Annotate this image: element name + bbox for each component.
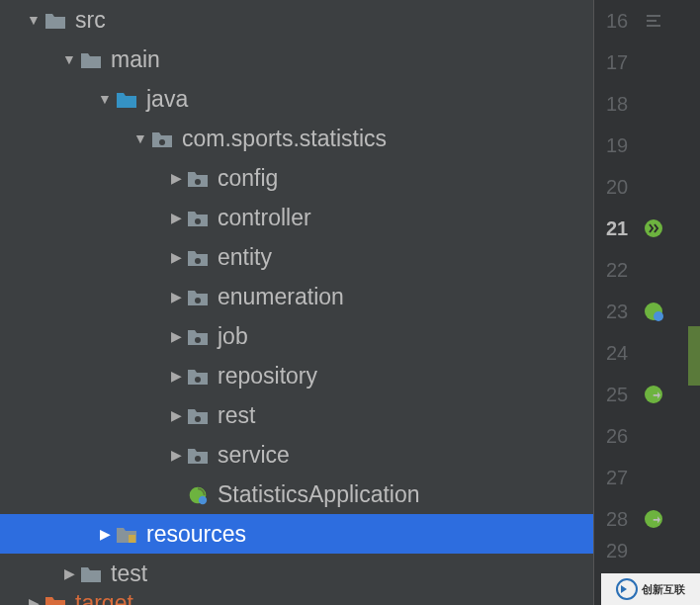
chevron-down-icon[interactable]: ▼: [24, 12, 44, 28]
chevron-right-icon[interactable]: ▶: [166, 170, 186, 186]
package-icon: [186, 366, 210, 386]
spring-boot-class-icon: [186, 484, 210, 504]
svg-point-6: [195, 377, 201, 383]
tree-node-label: config: [218, 165, 278, 192]
spring-navigate-icon[interactable]: [642, 383, 665, 406]
watermark-logo: 创新互联: [601, 573, 700, 605]
package-icon: [186, 208, 210, 227]
editor-gutter[interactable]: 16 17 18 19 20 21 22 23 24 25 26 27 28 2…: [593, 0, 700, 605]
tree-node-label: com.sports.statistics: [182, 126, 387, 152]
line-number: 28: [606, 508, 642, 531]
tree-node-test[interactable]: ▶ test: [0, 554, 593, 593]
svg-rect-13: [647, 20, 656, 22]
chevron-right-icon[interactable]: ▶: [166, 210, 186, 225]
gutter-line[interactable]: 16: [594, 0, 700, 42]
tree-node-label: resources: [146, 521, 246, 548]
gutter-line[interactable]: 24: [594, 332, 700, 374]
line-number: 23: [606, 301, 642, 323]
spring-bean-icon[interactable]: [642, 300, 665, 323]
tree-node-java[interactable]: ▼ java: [0, 79, 593, 119]
tree-node-main[interactable]: ▼ main: [0, 40, 593, 79]
tree-node-repository[interactable]: ▶ repository: [0, 356, 593, 395]
project-tree[interactable]: ▼ src ▼ main ▼ java ▼ com.sports.statist…: [0, 0, 593, 605]
package-icon: [186, 326, 210, 346]
gutter-line[interactable]: 28: [594, 498, 700, 540]
tree-node-resources[interactable]: ▶ resources: [0, 514, 593, 554]
tree-node-label: controller: [218, 205, 311, 231]
folder-icon: [79, 563, 103, 583]
gutter-line[interactable]: 21: [594, 208, 700, 249]
chevron-right-icon[interactable]: ▶: [59, 565, 79, 581]
tree-node-controller[interactable]: ▶ controller: [0, 198, 593, 237]
line-number: 21: [606, 217, 642, 240]
svg-point-4: [195, 298, 201, 303]
chevron-down-icon[interactable]: ▼: [95, 91, 115, 107]
tree-node-label: repository: [218, 363, 317, 389]
gutter-line[interactable]: 27: [594, 457, 700, 498]
tree-node-config[interactable]: ▶ config: [0, 158, 593, 198]
chevron-right-icon[interactable]: ▶: [166, 328, 186, 344]
svg-rect-14: [647, 25, 660, 27]
tree-node-src[interactable]: ▼ src: [0, 0, 593, 40]
chevron-right-icon[interactable]: ▶: [166, 368, 186, 384]
line-number: 25: [606, 384, 642, 406]
chevron-right-icon[interactable]: ▶: [95, 526, 115, 542]
gutter-line[interactable]: 25: [594, 374, 700, 415]
chevron-right-icon[interactable]: ▶: [166, 447, 186, 463]
tree-node-package[interactable]: ▼ com.sports.statistics: [0, 119, 593, 158]
tree-node-label: enumeration: [218, 284, 344, 310]
package-icon: [186, 168, 210, 188]
package-icon: [150, 129, 174, 148]
tree-node-label: entity: [218, 244, 272, 271]
line-number: 27: [606, 467, 642, 489]
gutter-line[interactable]: 20: [594, 166, 700, 208]
package-icon: [186, 287, 210, 306]
tree-node-label: rest: [218, 402, 255, 429]
folder-icon: [79, 49, 103, 69]
tree-node-job[interactable]: ▶ job: [0, 316, 593, 356]
tree-node-label: java: [146, 86, 188, 113]
run-gutter-icon[interactable]: [642, 216, 665, 240]
line-number: 26: [606, 425, 642, 448]
chevron-right-icon[interactable]: ▶: [24, 595, 44, 605]
line-number: 20: [606, 176, 642, 199]
line-number: 22: [606, 259, 642, 282]
source-folder-icon: [115, 89, 138, 109]
chevron-right-icon[interactable]: ▶: [166, 289, 186, 304]
resources-folder-icon: [115, 524, 138, 544]
tree-node-enumeration[interactable]: ▶ enumeration: [0, 277, 593, 316]
line-number: 18: [606, 93, 642, 116]
package-icon: [186, 405, 210, 425]
gutter-line[interactable]: 26: [594, 415, 700, 457]
line-number: 24: [606, 342, 642, 365]
chevron-down-icon[interactable]: ▼: [59, 51, 79, 67]
chevron-right-icon[interactable]: ▶: [166, 407, 186, 423]
tree-node-entity[interactable]: ▶ entity: [0, 237, 593, 277]
line-number: 16: [606, 10, 642, 33]
svg-point-0: [159, 139, 165, 145]
chevron-down-icon[interactable]: ▼: [131, 130, 150, 146]
tree-node-statistics-application[interactable]: ▶ StatisticsApplication: [0, 475, 593, 514]
collapse-icon[interactable]: [642, 9, 665, 33]
gutter-line[interactable]: 22: [594, 249, 700, 291]
svg-point-5: [195, 337, 201, 343]
tree-node-label: main: [111, 46, 160, 73]
svg-point-8: [195, 456, 201, 462]
tree-node-service[interactable]: ▶ service: [0, 435, 593, 475]
tree-node-rest[interactable]: ▶ rest: [0, 395, 593, 435]
gutter-line[interactable]: 29: [594, 540, 700, 562]
folder-icon: [44, 10, 67, 30]
editor-overview-marker[interactable]: [688, 326, 700, 386]
chevron-right-icon[interactable]: ▶: [166, 249, 186, 265]
svg-point-7: [195, 416, 201, 422]
tree-node-target[interactable]: ▶ target: [0, 593, 593, 605]
gutter-line[interactable]: 17: [594, 42, 700, 83]
watermark-text: 创新互联: [642, 582, 685, 597]
gutter-line[interactable]: 23: [594, 291, 700, 332]
line-number: 17: [606, 51, 642, 74]
gutter-line[interactable]: 18: [594, 83, 700, 125]
excluded-folder-icon: [44, 593, 67, 605]
spring-navigate-icon[interactable]: [642, 507, 665, 531]
svg-rect-11: [129, 535, 135, 543]
gutter-line[interactable]: 19: [594, 125, 700, 166]
